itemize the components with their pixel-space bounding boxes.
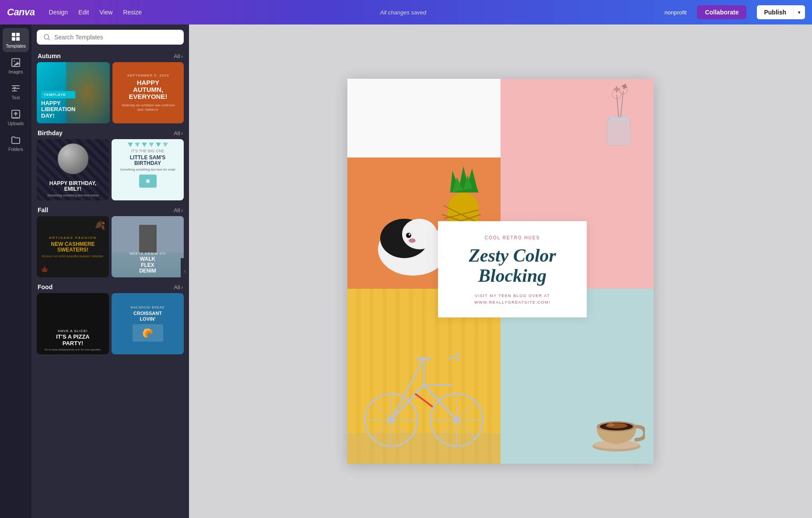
svg-point-28 xyxy=(409,238,416,243)
svg-point-5 xyxy=(14,60,15,62)
food-title: Food xyxy=(38,284,52,290)
nav-design[interactable]: Design xyxy=(49,9,68,16)
birthday-grid: HAPPY BIRTHDAY,EMILY! Something somethin… xyxy=(32,139,189,200)
party-flags xyxy=(128,143,168,147)
food-grid: HAVE A SLICE! IT'S A PIZZAPARTY! Go to w… xyxy=(32,293,189,354)
card-title: Zesty Color Blocking xyxy=(450,245,574,286)
fall-all[interactable]: All › xyxy=(174,207,183,214)
svg-line-12 xyxy=(620,91,623,117)
autumn-title: Autumn xyxy=(38,52,61,60)
svg-rect-3 xyxy=(16,37,20,41)
image-icon xyxy=(10,57,21,68)
template-card[interactable]: MACARONI BREAD CROISSANTLOVIN' 🥐 xyxy=(112,293,184,354)
card-body: VISIT MY TEEN BLOG OVER AT WWW.REALLYGRE… xyxy=(450,293,574,305)
template-card[interactable]: 🍂 🍁 ARTISANS FASHION NEW CASHMERESWEATER… xyxy=(37,216,109,277)
main-layout: Templates Images T Text Uploads xyxy=(0,24,812,518)
publish-button[interactable]: Publish xyxy=(757,5,793,19)
template-card[interactable]: HAVE A SLICE! IT'S A PIZZAPARTY! Go to w… xyxy=(37,293,109,354)
food-header: Food All › xyxy=(32,279,189,293)
template-card[interactable]: SEPTEMBER 5, 2023 HAPPYAUTUMN,EVERYONE! … xyxy=(112,62,184,123)
food-all[interactable]: All › xyxy=(174,284,183,290)
template-card[interactable]: TEMPLATE HAPPYLIBERATIONDAY! xyxy=(37,62,110,123)
canva-logo: Canva xyxy=(7,7,35,18)
nav-edit[interactable]: Edit xyxy=(78,9,89,16)
search-bar xyxy=(37,30,184,45)
collaborate-button[interactable]: Collaborate xyxy=(697,5,746,19)
sidebar-label-text: Text xyxy=(12,95,20,100)
sidebar-label-templates: Templates xyxy=(6,44,26,49)
canvas-area: COOL RETRO HUES Zesty Color Blocking VIS… xyxy=(189,24,812,518)
sidebar-label-folders: Folders xyxy=(8,147,23,152)
birthday-title: Birthday xyxy=(38,130,63,136)
autumn-header: Autumn All › xyxy=(32,48,189,62)
search-icon xyxy=(43,33,51,41)
block-white-top xyxy=(347,79,500,158)
sidebar-label-images: Images xyxy=(9,70,23,74)
coffee-image xyxy=(588,398,645,455)
section-food: Food All › HAVE A SLICE! IT'S A PIZZAPAR… xyxy=(32,279,189,354)
nav-view[interactable]: View xyxy=(99,9,112,16)
sidebar-item-text[interactable]: T Text xyxy=(3,80,29,104)
block-pink-top xyxy=(500,79,654,158)
autumn-grid: TEMPLATE HAPPYLIBERATIONDAY! SEPTEMBER 5… xyxy=(32,62,189,123)
sidebar-label-uploads: Uploads xyxy=(8,121,24,126)
nonprofit-button[interactable]: nonprofit xyxy=(665,9,687,16)
template-card[interactable]: HAPPY BIRTHDAY,EMILY! Something somethin… xyxy=(37,139,109,200)
fall-title: Fall xyxy=(38,206,48,214)
template-card[interactable]: IT'S THE BIG ONE LITTLE SAM'SBIRTHDAY So… xyxy=(112,139,184,200)
nav-resize[interactable]: Resize xyxy=(123,9,142,16)
svg-rect-0 xyxy=(12,33,15,36)
svg-rect-1 xyxy=(16,33,20,36)
topnav: Canva Design Edit View Resize All change… xyxy=(0,0,812,24)
svg-rect-9 xyxy=(607,118,630,145)
autumn-all[interactable]: All › xyxy=(174,53,183,60)
fall-grid: 🍂 🍁 ARTISANS FASHION NEW CASHMERESWEATER… xyxy=(32,216,189,277)
fall-header: Fall All › xyxy=(32,202,189,216)
publish-btn-group: Publish ▾ xyxy=(757,5,805,19)
svg-rect-2 xyxy=(12,37,15,41)
grid-icon xyxy=(10,32,21,42)
upload-icon xyxy=(10,109,21,119)
section-birthday: Birthday All › HAPPY BIRTHDAY,EMILY! xyxy=(32,125,189,200)
svg-text:T: T xyxy=(13,86,16,91)
card-subtitle: COOL RETRO HUES xyxy=(450,235,574,240)
template-card[interactable]: NEETS DENIM CO WALKFLEXDENIM xyxy=(112,216,184,277)
svg-point-18 xyxy=(613,88,620,91)
text-icon: T xyxy=(10,83,21,94)
canvas-center-card: COOL RETRO HUES Zesty Color Blocking VIS… xyxy=(438,221,587,318)
svg-point-26 xyxy=(406,233,411,238)
sidebar-item-templates[interactable]: Templates xyxy=(3,28,29,52)
svg-point-66 xyxy=(607,423,614,427)
search-input[interactable] xyxy=(54,34,178,41)
svg-point-8 xyxy=(44,35,49,39)
sidebar-item-uploads[interactable]: Uploads xyxy=(3,105,29,130)
save-status: All changes saved xyxy=(380,9,427,16)
canvas-document[interactable]: COOL RETRO HUES Zesty Color Blocking VIS… xyxy=(347,79,654,464)
templates-panel: Autumn All › TEMPLATE HAPPYLIBERATIONDAY… xyxy=(32,24,189,518)
publish-dropdown-button[interactable]: ▾ xyxy=(793,6,805,19)
svg-point-27 xyxy=(409,234,410,235)
section-fall: Fall All › 🍂 🍁 ARTISANS FASHION NEW CASH… xyxy=(32,202,189,277)
flower-image xyxy=(592,83,645,153)
birthday-header: Birthday All › xyxy=(32,125,189,139)
hide-panel-button[interactable]: ‹ xyxy=(181,258,189,284)
sidebar-item-images[interactable]: Images xyxy=(3,54,29,78)
icon-sidebar: Templates Images T Text Uploads xyxy=(0,24,32,518)
sidebar-item-folders[interactable]: Folders xyxy=(3,131,29,155)
section-autumn: Autumn All › TEMPLATE HAPPYLIBERATIONDAY… xyxy=(32,48,189,123)
svg-rect-46 xyxy=(347,433,500,464)
folder-icon xyxy=(10,135,21,145)
birthday-all[interactable]: All › xyxy=(174,130,183,136)
search-bar-wrap xyxy=(32,24,189,48)
